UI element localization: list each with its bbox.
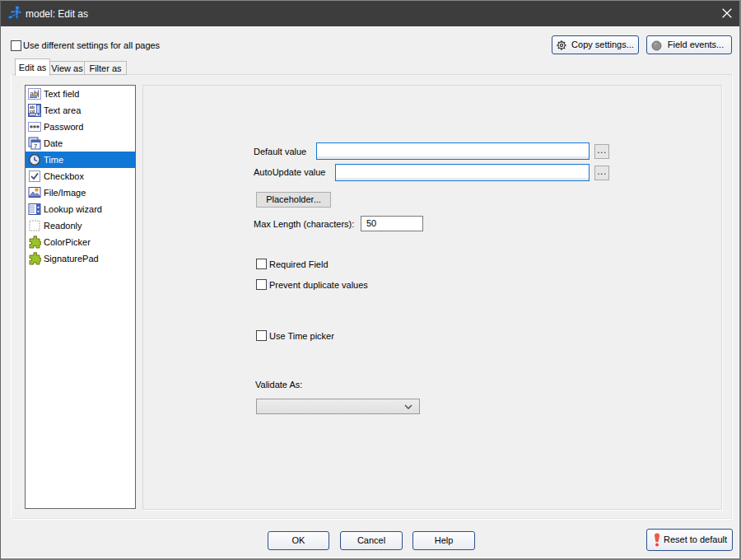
svg-text:cd: cd <box>30 109 35 114</box>
svg-text:7: 7 <box>34 142 37 150</box>
